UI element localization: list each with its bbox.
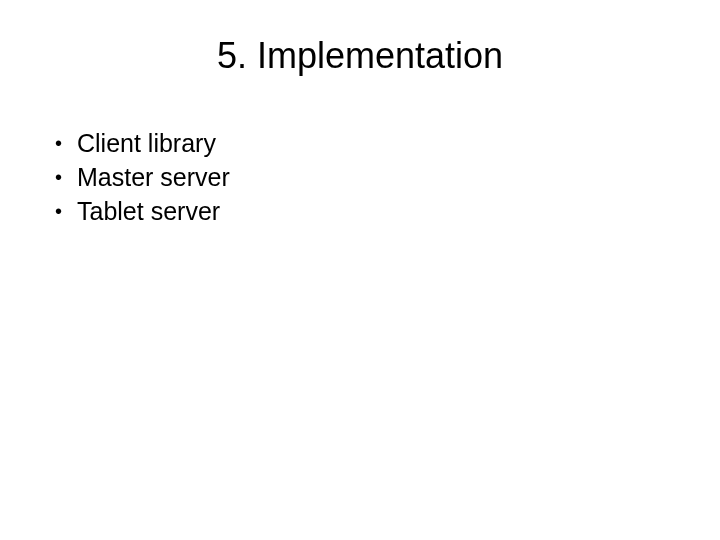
bullet-icon: • [55, 161, 77, 193]
bullet-icon: • [55, 127, 77, 159]
bullet-icon: • [55, 195, 77, 227]
list-item: • Master server [55, 161, 670, 195]
list-item: • Client library [55, 127, 670, 161]
bullet-list: • Client library • Master server • Table… [50, 127, 670, 228]
slide-title: 5. Implementation [50, 35, 670, 77]
list-item: • Tablet server [55, 195, 670, 229]
bullet-text: Master server [77, 161, 230, 195]
bullet-text: Tablet server [77, 195, 220, 229]
bullet-text: Client library [77, 127, 216, 161]
slide: 5. Implementation • Client library • Mas… [0, 0, 720, 540]
